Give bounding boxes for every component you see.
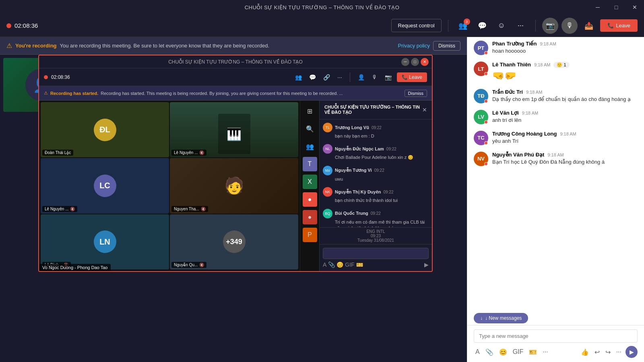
inner-side-grid-button[interactable]: ⊞: [303, 104, 317, 118]
inner-minimize-button[interactable]: ─: [401, 58, 409, 66]
msg-time-nguyendat: 9:18 AM: [547, 152, 564, 157]
inner-close-button[interactable]: ✕: [421, 58, 429, 66]
chat-button[interactable]: 💬: [474, 18, 490, 34]
inner-people-button[interactable]: 👤: [356, 73, 367, 82]
msg-sender-lethanh: Lê Thanh Thiên: [492, 62, 531, 68]
inner-attach-button[interactable]: 📎: [328, 261, 335, 268]
more-options-button[interactable]: ···: [513, 18, 529, 34]
msg-sender-tran: Trần Đức Trí: [492, 89, 523, 95]
participants-button[interactable]: 👥3: [455, 18, 471, 34]
msg-text-levanloi: anh trí ơi lên: [492, 117, 638, 124]
new-messages-button[interactable]: ↓ ↓ New messages: [474, 313, 528, 323]
new-messages-container: ↓ ↓ New messages: [467, 311, 644, 325]
inner-time-display: ENG INTL 09:23 Tuesday 31/08/2021: [320, 227, 432, 244]
inner-side-icons: ⊞ 🔍 👥 T X ● ● P: [300, 101, 319, 271]
msg-content-nguyendat: Nguyễn Văn Phú Đạt 9:18 AM Bạn Trí học L…: [492, 152, 638, 166]
inner-video-cell-2: 🎹 Lê Nguyên ... 🔇: [170, 102, 298, 157]
msg-content-tran: Trần Đức Trí 9:18 AM Dạ thầy cho em 1p đ…: [492, 89, 638, 103]
inner-title-text: CHUỖI SỰ KIỆN TỰU TRƯỜNG – THÔNG TIN VỀ …: [168, 59, 303, 65]
leave-button[interactable]: 📞 Leave: [600, 19, 638, 32]
avatar-plus349: +349: [223, 230, 246, 253]
banner-bold-text: You're recording: [15, 43, 57, 49]
avatar-ln: LN: [94, 230, 116, 253]
chat-input-area: A 📎 😊 GIF 🎫 ··· 👍 ↩ ↪ ··· ▶: [467, 325, 644, 362]
msg-content-levanloi: Lê Văn Lợi 9:18 AM anh trí ơi lên: [492, 110, 638, 124]
inner-msg-sender-5: Bùi Quốc Trung: [335, 211, 368, 216]
inner-sticker-button[interactable]: 🎫: [356, 261, 363, 268]
inner-chat-button[interactable]: 💬: [307, 73, 318, 82]
inner-chat-msg-3: NV Nguyễn Tương Vi 09:22 uwu: [323, 166, 429, 182]
inner-side-red1-button[interactable]: ●: [303, 192, 317, 207]
inner-chat-input[interactable]: [323, 248, 429, 259]
inner-msg-avatar-3: NV: [323, 166, 332, 175]
restore-button[interactable]: □: [607, 0, 625, 14]
inner-chat-msg-4: NK Nguyễn Thị Kỳ Duyên 09:22 bạn chính t…: [323, 187, 429, 204]
chat-attach-button[interactable]: 📎: [484, 348, 495, 357]
inner-gif-button[interactable]: GIF: [345, 261, 354, 268]
banner-dismiss-button[interactable]: Dismiss: [433, 41, 460, 51]
request-control-button[interactable]: Request control: [391, 19, 442, 32]
chat-reply-button[interactable]: ↩: [593, 348, 601, 357]
reactions-button[interactable]: ☺: [493, 18, 510, 34]
inner-restore-button[interactable]: □: [411, 58, 419, 66]
msg-text-truong: yêu anh Trí: [492, 138, 638, 145]
chat-more-button[interactable]: ···: [541, 348, 549, 356]
camera-off-button[interactable]: 📷: [542, 18, 558, 34]
msg-sender-nguyendat: Nguyễn Văn Phú Đạt: [492, 152, 544, 158]
privacy-policy-link[interactable]: Privacy policy: [398, 43, 430, 49]
chat-like-button[interactable]: 👍: [579, 348, 590, 357]
msg-header-tran: Trần Đức Trí 9:18 AM: [492, 89, 638, 95]
inner-emoji-button[interactable]: 😊: [336, 261, 343, 268]
chat-emoji-button[interactable]: 😊: [497, 348, 509, 357]
inner-reactions-button[interactable]: 🔗: [321, 73, 332, 82]
share-button[interactable]: 📤: [581, 18, 597, 34]
chat-msg-nguyen: NV Nguyễn Văn Phú Đạt 9:18 AM Bạn Trí họ…: [467, 148, 644, 169]
inner-participants-button[interactable]: 👥: [293, 73, 304, 82]
inner-recording-dot: [44, 75, 48, 79]
msg-text-nguyendat: Bạn Trí học Lê Quý Đôn Đà Nẵng đúng khôn…: [492, 158, 638, 166]
inner-mic-button[interactable]: 🎙: [370, 73, 380, 82]
msg-header-nguyendat: Nguyễn Văn Phú Đạt 9:18 AM: [492, 152, 638, 158]
inner-chat-title: CHUỖI SỰ KIỆN TỰU TRƯỜNG – THÔNG TIN VỀ …: [324, 105, 422, 115]
inner-side-teams-button[interactable]: T: [303, 157, 317, 171]
inner-chat-tools: A 📎 😊 GIF 🎫 ▶: [323, 261, 429, 268]
inner-side-search-button[interactable]: 🔍: [303, 121, 317, 136]
inner-format-button[interactable]: A: [323, 261, 326, 268]
inner-banner-text: Recording has started. This meeting is b…: [101, 91, 343, 96]
msg-header-lethanh: Lê Thanh Thiên 9:18 AM 🙂 1: [492, 62, 638, 68]
chat-send-button[interactable]: ▶: [625, 346, 638, 358]
inner-more-button[interactable]: ···: [335, 73, 344, 82]
window-title: CHUỖI SỰ KIỆN TỰU TRƯỜNG – THÔNG TIN VỀ …: [245, 4, 400, 10]
recording-dot: [6, 23, 11, 28]
inner-side-red2-button[interactable]: ●: [303, 210, 317, 224]
online-indicator-tc: [484, 141, 488, 145]
inner-msg-time-4: 09:22: [384, 190, 394, 194]
inner-window-controls: ─ □ ✕: [401, 58, 429, 66]
chat-input-field[interactable]: [474, 329, 638, 343]
chat-forward-button[interactable]: ↪: [604, 348, 612, 357]
inner-side-people-button[interactable]: 👥: [303, 139, 317, 154]
avatar-tran: TĐ: [474, 89, 488, 103]
chat-msg-levanloi: LV Lê Văn Lợi 9:18 AM anh trí ơi lên: [467, 107, 644, 128]
chat-gif-button[interactable]: GIF: [511, 348, 525, 356]
inner-title-bar: CHUỖI SỰ KIỆN TỰU TRƯỜNG – THÔNG TIN VỀ …: [39, 56, 432, 68]
inner-send-button[interactable]: ▶: [424, 261, 429, 268]
inner-leave-button[interactable]: 📞 Leave: [397, 72, 427, 82]
inner-side-excel-button[interactable]: X: [303, 175, 317, 189]
chat-options-button[interactable]: ···: [615, 348, 623, 356]
inner-camera-button[interactable]: 📷: [383, 73, 394, 82]
recording-indicator: 02:08:36: [6, 22, 38, 29]
inner-dismiss-button[interactable]: Dismiss: [405, 90, 427, 97]
minimize-button[interactable]: ─: [588, 0, 607, 14]
chat-format-button[interactable]: A: [474, 348, 481, 356]
mute-button[interactable]: 🎙: [561, 18, 578, 34]
inner-msg-avatar-5: BQ: [323, 209, 332, 218]
name-tag-video2: Lê Nguyên ... 🔇: [171, 150, 206, 156]
inner-side-pp-button[interactable]: P: [303, 228, 317, 242]
online-indicator-lt: [484, 72, 488, 76]
online-indicator: [484, 51, 488, 55]
close-button[interactable]: ✕: [625, 0, 644, 14]
chat-sticker-button[interactable]: 🎫: [527, 348, 539, 357]
inner-msg-text-4: bạn chính thức trở thành idol tui: [323, 197, 429, 204]
inner-close-chat-button[interactable]: ✕: [422, 107, 427, 113]
